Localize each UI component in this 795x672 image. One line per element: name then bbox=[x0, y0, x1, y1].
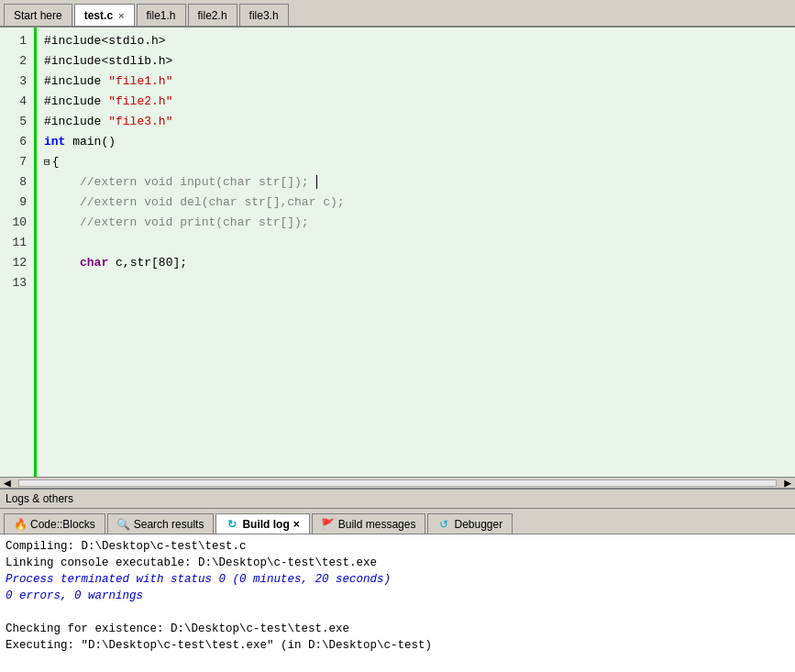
code-line-1: #include<stdio.h> bbox=[44, 31, 788, 51]
log-line-4: 0 errors, 0 warnings bbox=[6, 588, 789, 604]
line-num: 4 bbox=[7, 92, 27, 112]
tab-test-c[interactable]: test.c × bbox=[74, 4, 135, 26]
line-num: 8 bbox=[7, 172, 27, 193]
main-container: Start here test.c × file1.h file2.h file… bbox=[0, 0, 795, 672]
editor-scrollbar[interactable]: ◀ ▶ bbox=[0, 477, 795, 488]
code-line-9: //extern void del(char str[],char c); bbox=[44, 193, 788, 213]
scroll-left-btn[interactable]: ◀ bbox=[0, 476, 15, 489]
code-line-4: #include "file2.h" bbox=[44, 92, 788, 112]
logs-header: Logs & others bbox=[0, 490, 795, 509]
tab-close-icon[interactable]: × bbox=[118, 10, 124, 21]
line-num: 3 bbox=[7, 72, 27, 92]
line-num: 6 bbox=[7, 132, 27, 152]
line-num: 2 bbox=[7, 51, 27, 72]
code-line-8: //extern void input(char str[]); bbox=[44, 172, 788, 193]
tab-file3h[interactable]: file3.h bbox=[239, 4, 289, 26]
tab-start-here[interactable]: Start here bbox=[4, 4, 72, 26]
tab-label: file3.h bbox=[249, 9, 279, 22]
editor-content[interactable]: 1 2 3 4 5 6 7 8 9 10 11 12 13 #include<s… bbox=[0, 28, 795, 477]
code-line-13 bbox=[44, 273, 788, 293]
line-num: 12 bbox=[7, 253, 27, 273]
code-line-12: char c,str[80]; bbox=[44, 253, 788, 273]
code-line-3: #include "file1.h" bbox=[44, 72, 788, 92]
line-num: 10 bbox=[7, 213, 27, 233]
code-line-11 bbox=[44, 233, 788, 253]
log-line-7: Executing: "D:\Desktop\c-test\test.exe" … bbox=[6, 637, 789, 654]
code-line-7: ⊟{ bbox=[44, 152, 788, 172]
flame-icon: 🔥 bbox=[14, 518, 27, 531]
logs-tab-label: Build messages bbox=[338, 518, 416, 531]
log-line-5 bbox=[6, 604, 789, 621]
flag-icon: 🚩 bbox=[322, 518, 335, 531]
fold-icon[interactable]: ⊟ bbox=[44, 152, 50, 172]
line-num: 5 bbox=[7, 112, 27, 132]
logs-tab-codeblocks[interactable]: 🔥 Code::Blocks bbox=[4, 513, 105, 534]
tab-label: file2.h bbox=[198, 9, 227, 22]
code-line-2: #include<stdlib.h> bbox=[44, 51, 788, 72]
logs-content[interactable]: Compiling: D:\Desktop\c-test\test.c Link… bbox=[0, 534, 795, 672]
line-num: 7 bbox=[7, 152, 27, 172]
line-num: 9 bbox=[7, 193, 27, 213]
editor-wrapper: 1 2 3 4 5 6 7 8 9 10 11 12 13 #include<s… bbox=[0, 28, 795, 488]
logs-tab-label: Search results bbox=[134, 518, 204, 531]
tab-label: file1.h bbox=[147, 9, 176, 22]
line-numbers: 1 2 3 4 5 6 7 8 9 10 11 12 13 bbox=[0, 28, 37, 477]
scroll-track[interactable] bbox=[18, 479, 777, 487]
logs-tab-label: Debugger bbox=[454, 518, 502, 531]
tab-file1h[interactable]: file1.h bbox=[137, 4, 186, 26]
logs-tab-debugger[interactable]: ↺ Debugger bbox=[427, 513, 513, 534]
logs-tab-buildlog[interactable]: ↻ Build log × bbox=[215, 513, 309, 534]
log-line-6: Checking for existence: D:\Desktop\c-tes… bbox=[6, 621, 789, 637]
logs-section: Logs & others 🔥 Code::Blocks 🔍 Search re… bbox=[0, 488, 795, 672]
line-num: 11 bbox=[7, 233, 27, 253]
search-icon: 🔍 bbox=[117, 518, 130, 531]
code-line-6: int main() bbox=[44, 132, 788, 152]
log-line-3: Process terminated with status 0 (0 minu… bbox=[6, 571, 789, 588]
logs-tab-close-icon[interactable]: × bbox=[293, 518, 300, 531]
line-num: 1 bbox=[7, 31, 27, 51]
log-line-2: Linking console executable: D:\Desktop\c… bbox=[6, 555, 789, 571]
logs-tab-label: Build log bbox=[242, 518, 289, 531]
log-line-1: Compiling: D:\Desktop\c-test\test.c bbox=[6, 538, 789, 555]
tab-label: Start here bbox=[14, 9, 62, 22]
scroll-right-btn[interactable]: ▶ bbox=[780, 476, 795, 489]
code-line-10: //extern void print(char str[]); bbox=[44, 213, 788, 233]
editor-tab-bar: Start here test.c × file1.h file2.h file… bbox=[0, 0, 795, 28]
logs-tab-label: Code::Blocks bbox=[30, 518, 95, 531]
logs-tab-search[interactable]: 🔍 Search results bbox=[107, 513, 215, 534]
logs-tab-buildmessages[interactable]: 🚩 Build messages bbox=[312, 513, 426, 534]
line-num: 13 bbox=[7, 273, 27, 293]
tab-label: test.c bbox=[84, 9, 113, 22]
logs-header-label: Logs & others bbox=[6, 492, 73, 505]
tab-file2h[interactable]: file2.h bbox=[188, 4, 237, 26]
logs-tab-bar: 🔥 Code::Blocks 🔍 Search results ↻ Build … bbox=[0, 509, 795, 534]
code-area[interactable]: #include<stdio.h> #include<stdlib.h> #in… bbox=[37, 28, 795, 477]
code-line-5: #include "file3.h" bbox=[44, 112, 788, 132]
debugger-icon: ↺ bbox=[437, 518, 450, 531]
refresh-icon: ↻ bbox=[226, 518, 238, 531]
